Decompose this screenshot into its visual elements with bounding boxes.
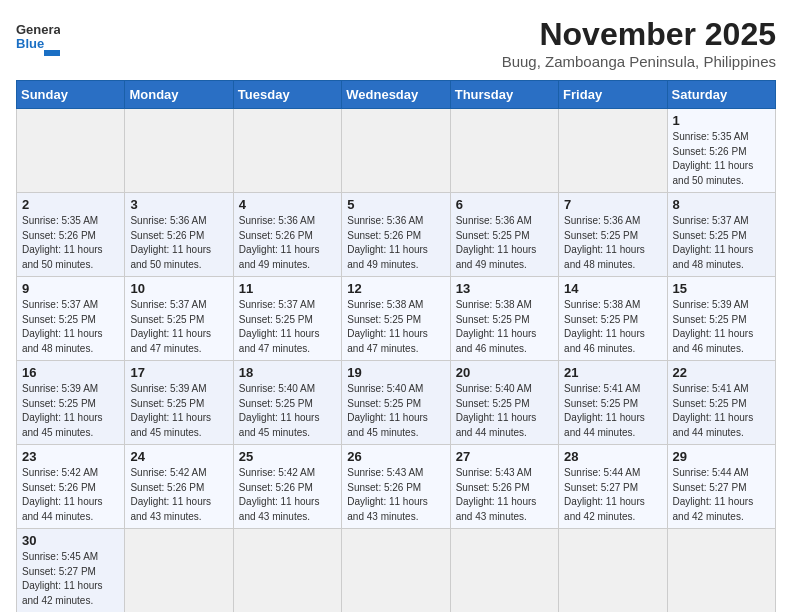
month-title: November 2025 (502, 16, 776, 53)
weekday-header-friday: Friday (559, 81, 667, 109)
day-info: Sunrise: 5:45 AMSunset: 5:27 PMDaylight:… (22, 550, 119, 608)
calendar-week-row: 23Sunrise: 5:42 AMSunset: 5:26 PMDayligh… (17, 445, 776, 529)
day-info: Sunrise: 5:40 AMSunset: 5:25 PMDaylight:… (456, 382, 553, 440)
day-info: Sunrise: 5:39 AMSunset: 5:25 PMDaylight:… (130, 382, 227, 440)
location-title: Buug, Zamboanga Peninsula, Philippines (502, 53, 776, 70)
day-number: 30 (22, 533, 119, 548)
calendar-body: 1Sunrise: 5:35 AMSunset: 5:26 PMDaylight… (17, 109, 776, 613)
weekday-header-wednesday: Wednesday (342, 81, 450, 109)
day-number: 14 (564, 281, 661, 296)
day-info: Sunrise: 5:36 AMSunset: 5:25 PMDaylight:… (564, 214, 661, 272)
day-number: 20 (456, 365, 553, 380)
weekday-header-saturday: Saturday (667, 81, 775, 109)
calendar-cell (17, 109, 125, 193)
calendar-cell: 12Sunrise: 5:38 AMSunset: 5:25 PMDayligh… (342, 277, 450, 361)
calendar-cell (342, 109, 450, 193)
calendar-header-row: SundayMondayTuesdayWednesdayThursdayFrid… (17, 81, 776, 109)
calendar-cell: 28Sunrise: 5:44 AMSunset: 5:27 PMDayligh… (559, 445, 667, 529)
page-header: General Blue November 2025 Buug, Zamboan… (16, 16, 776, 70)
day-number: 4 (239, 197, 336, 212)
calendar-table: SundayMondayTuesdayWednesdayThursdayFrid… (16, 80, 776, 612)
calendar-week-row: 9Sunrise: 5:37 AMSunset: 5:25 PMDaylight… (17, 277, 776, 361)
day-info: Sunrise: 5:37 AMSunset: 5:25 PMDaylight:… (673, 214, 770, 272)
calendar-cell (125, 109, 233, 193)
day-info: Sunrise: 5:36 AMSunset: 5:26 PMDaylight:… (347, 214, 444, 272)
calendar-week-row: 1Sunrise: 5:35 AMSunset: 5:26 PMDaylight… (17, 109, 776, 193)
calendar-cell: 18Sunrise: 5:40 AMSunset: 5:25 PMDayligh… (233, 361, 341, 445)
day-number: 19 (347, 365, 444, 380)
day-info: Sunrise: 5:39 AMSunset: 5:25 PMDaylight:… (22, 382, 119, 440)
day-info: Sunrise: 5:40 AMSunset: 5:25 PMDaylight:… (239, 382, 336, 440)
day-info: Sunrise: 5:41 AMSunset: 5:25 PMDaylight:… (673, 382, 770, 440)
day-info: Sunrise: 5:35 AMSunset: 5:26 PMDaylight:… (673, 130, 770, 188)
svg-text:General: General (16, 22, 60, 37)
day-number: 11 (239, 281, 336, 296)
svg-text:Blue: Blue (16, 36, 44, 51)
calendar-cell: 3Sunrise: 5:36 AMSunset: 5:26 PMDaylight… (125, 193, 233, 277)
day-number: 26 (347, 449, 444, 464)
day-info: Sunrise: 5:40 AMSunset: 5:25 PMDaylight:… (347, 382, 444, 440)
day-number: 5 (347, 197, 444, 212)
calendar-cell: 20Sunrise: 5:40 AMSunset: 5:25 PMDayligh… (450, 361, 558, 445)
weekday-header-sunday: Sunday (17, 81, 125, 109)
day-number: 23 (22, 449, 119, 464)
day-number: 22 (673, 365, 770, 380)
calendar-cell: 13Sunrise: 5:38 AMSunset: 5:25 PMDayligh… (450, 277, 558, 361)
calendar-cell: 22Sunrise: 5:41 AMSunset: 5:25 PMDayligh… (667, 361, 775, 445)
day-info: Sunrise: 5:44 AMSunset: 5:27 PMDaylight:… (673, 466, 770, 524)
day-number: 8 (673, 197, 770, 212)
day-info: Sunrise: 5:43 AMSunset: 5:26 PMDaylight:… (456, 466, 553, 524)
day-number: 21 (564, 365, 661, 380)
day-info: Sunrise: 5:38 AMSunset: 5:25 PMDaylight:… (456, 298, 553, 356)
day-number: 2 (22, 197, 119, 212)
calendar-cell: 24Sunrise: 5:42 AMSunset: 5:26 PMDayligh… (125, 445, 233, 529)
day-number: 3 (130, 197, 227, 212)
svg-marker-2 (44, 50, 60, 56)
day-info: Sunrise: 5:36 AMSunset: 5:25 PMDaylight:… (456, 214, 553, 272)
calendar-week-row: 16Sunrise: 5:39 AMSunset: 5:25 PMDayligh… (17, 361, 776, 445)
calendar-cell (667, 529, 775, 613)
calendar-cell: 26Sunrise: 5:43 AMSunset: 5:26 PMDayligh… (342, 445, 450, 529)
calendar-cell: 16Sunrise: 5:39 AMSunset: 5:25 PMDayligh… (17, 361, 125, 445)
calendar-cell: 5Sunrise: 5:36 AMSunset: 5:26 PMDaylight… (342, 193, 450, 277)
calendar-cell (559, 529, 667, 613)
day-info: Sunrise: 5:42 AMSunset: 5:26 PMDaylight:… (22, 466, 119, 524)
day-info: Sunrise: 5:38 AMSunset: 5:25 PMDaylight:… (564, 298, 661, 356)
calendar-cell: 25Sunrise: 5:42 AMSunset: 5:26 PMDayligh… (233, 445, 341, 529)
day-number: 7 (564, 197, 661, 212)
calendar-cell: 27Sunrise: 5:43 AMSunset: 5:26 PMDayligh… (450, 445, 558, 529)
day-info: Sunrise: 5:43 AMSunset: 5:26 PMDaylight:… (347, 466, 444, 524)
calendar-cell: 11Sunrise: 5:37 AMSunset: 5:25 PMDayligh… (233, 277, 341, 361)
day-number: 29 (673, 449, 770, 464)
day-info: Sunrise: 5:36 AMSunset: 5:26 PMDaylight:… (239, 214, 336, 272)
day-number: 18 (239, 365, 336, 380)
calendar-cell: 1Sunrise: 5:35 AMSunset: 5:26 PMDaylight… (667, 109, 775, 193)
calendar-cell: 6Sunrise: 5:36 AMSunset: 5:25 PMDaylight… (450, 193, 558, 277)
calendar-cell: 7Sunrise: 5:36 AMSunset: 5:25 PMDaylight… (559, 193, 667, 277)
calendar-cell: 4Sunrise: 5:36 AMSunset: 5:26 PMDaylight… (233, 193, 341, 277)
calendar-cell: 9Sunrise: 5:37 AMSunset: 5:25 PMDaylight… (17, 277, 125, 361)
calendar-cell (450, 109, 558, 193)
day-number: 9 (22, 281, 119, 296)
calendar-cell: 2Sunrise: 5:35 AMSunset: 5:26 PMDaylight… (17, 193, 125, 277)
calendar-cell: 17Sunrise: 5:39 AMSunset: 5:25 PMDayligh… (125, 361, 233, 445)
calendar-cell: 19Sunrise: 5:40 AMSunset: 5:25 PMDayligh… (342, 361, 450, 445)
logo: General Blue (16, 16, 60, 56)
day-info: Sunrise: 5:36 AMSunset: 5:26 PMDaylight:… (130, 214, 227, 272)
day-info: Sunrise: 5:38 AMSunset: 5:25 PMDaylight:… (347, 298, 444, 356)
calendar-cell: 10Sunrise: 5:37 AMSunset: 5:25 PMDayligh… (125, 277, 233, 361)
calendar-cell (450, 529, 558, 613)
day-number: 24 (130, 449, 227, 464)
day-info: Sunrise: 5:41 AMSunset: 5:25 PMDaylight:… (564, 382, 661, 440)
day-number: 28 (564, 449, 661, 464)
weekday-header-thursday: Thursday (450, 81, 558, 109)
day-number: 13 (456, 281, 553, 296)
calendar-cell: 30Sunrise: 5:45 AMSunset: 5:27 PMDayligh… (17, 529, 125, 613)
day-info: Sunrise: 5:42 AMSunset: 5:26 PMDaylight:… (239, 466, 336, 524)
day-info: Sunrise: 5:37 AMSunset: 5:25 PMDaylight:… (130, 298, 227, 356)
calendar-cell: 8Sunrise: 5:37 AMSunset: 5:25 PMDaylight… (667, 193, 775, 277)
calendar-cell: 29Sunrise: 5:44 AMSunset: 5:27 PMDayligh… (667, 445, 775, 529)
day-info: Sunrise: 5:44 AMSunset: 5:27 PMDaylight:… (564, 466, 661, 524)
day-info: Sunrise: 5:37 AMSunset: 5:25 PMDaylight:… (239, 298, 336, 356)
day-info: Sunrise: 5:42 AMSunset: 5:26 PMDaylight:… (130, 466, 227, 524)
